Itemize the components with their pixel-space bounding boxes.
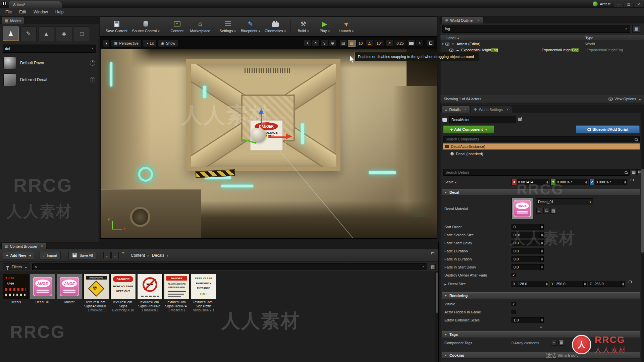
scale-label[interactable]: Scale xyxy=(444,179,457,185)
spinner[interactable] xyxy=(540,248,543,254)
search-details-input[interactable] xyxy=(443,170,623,174)
viewport-options-button[interactable]: ▾ xyxy=(103,40,110,47)
expand-caret-icon[interactable]: ▼ xyxy=(440,43,445,46)
minimize-button[interactable]: ─ xyxy=(614,1,623,7)
world-local-toggle-button[interactable]: ⊕ xyxy=(329,40,336,47)
view-options-button[interactable]: View Options xyxy=(608,96,641,102)
column-type[interactable]: Type xyxy=(585,36,593,40)
scale-tool-button[interactable]: ↘ xyxy=(320,40,328,47)
close-tab-icon[interactable] xyxy=(477,19,480,22)
scale-z-field[interactable]: Z0.088167 xyxy=(589,179,627,185)
saved-filters-icon[interactable]: ▤ xyxy=(430,264,436,270)
decal-size-y-field[interactable]: Y256.0 xyxy=(550,281,587,287)
component-row-root[interactable]: DecalActor(Instance) xyxy=(443,143,640,149)
details-scrollbar-thumb[interactable] xyxy=(641,169,644,253)
breadcrumb-decals[interactable]: Decals xyxy=(152,253,164,258)
grid-snap-value[interactable]: 10 xyxy=(356,40,365,47)
asset-tile-keep-clear[interactable]: KEEP CLEAR EMERGENCY ENTRANCE EXIT Textu… xyxy=(191,274,217,312)
back-button[interactable]: ← xyxy=(103,252,111,259)
modes-search-clear-icon[interactable] xyxy=(91,47,94,50)
decal-size-z-field[interactable]: Z256.0 xyxy=(588,281,625,287)
spinner[interactable] xyxy=(540,317,543,323)
scale-y-field[interactable]: Y0.088167 xyxy=(550,179,588,185)
tab-world-settings[interactable]: ⊕ World Settings xyxy=(471,106,512,113)
details-lock-icon[interactable] xyxy=(518,118,522,121)
rotate-tool-button[interactable]: ↻ xyxy=(312,40,320,47)
breadcrumb-content[interactable]: Content xyxy=(131,253,145,258)
spinner[interactable] xyxy=(540,256,543,262)
close-tab-icon[interactable] xyxy=(506,108,509,111)
save-all-button[interactable]: Save All xyxy=(68,251,96,259)
import-button[interactable]: ↓ Import xyxy=(40,251,61,259)
blueprint-add-script-button[interactable]: Blueprint/Add Script xyxy=(576,125,640,133)
selected-decal[interactable]: DANGER HIGH VOLTAGE KEEP OUT xyxy=(247,117,286,154)
camera-speed-button[interactable] xyxy=(407,40,415,47)
add-new-button[interactable]: + Add New xyxy=(3,251,34,259)
grid-snap-toggle-button[interactable]: ▦ xyxy=(348,40,356,47)
decal-size-x-field[interactable]: X128.0 xyxy=(512,281,548,287)
add-component-button[interactable]: + Add Component xyxy=(443,125,494,133)
sort-order-field[interactable]: 0 xyxy=(512,224,544,230)
fade-in-duration-field[interactable]: 0.0 xyxy=(512,256,544,262)
outliner-search-input[interactable] xyxy=(443,27,624,31)
spinner[interactable] xyxy=(624,179,627,185)
spinner[interactable] xyxy=(540,240,543,246)
build-button[interactable]: ⚒Build xyxy=(293,18,314,35)
content-browser-scrollbar-thumb[interactable] xyxy=(436,273,438,313)
spinner[interactable] xyxy=(540,232,543,238)
marketplace-button[interactable]: ⌂Marketplace xyxy=(188,18,212,35)
save-current-button[interactable]: Save Current xyxy=(104,18,129,35)
use-selected-asset-icon[interactable]: ← xyxy=(536,208,542,214)
outliner-row-world[interactable]: ▼ ⊕ Arttest (Editor) World xyxy=(440,41,644,47)
blueprints-button[interactable]: ✎Blueprints xyxy=(239,18,262,35)
browse-to-asset-icon[interactable] xyxy=(543,208,549,214)
actor-hidden-in-game-checkbox[interactable] xyxy=(512,310,516,314)
settings-button[interactable]: Settings xyxy=(217,18,238,35)
asset-tile-decals[interactable]: T-102 AF00 Decals xyxy=(3,274,29,304)
component-row-child[interactable]: Decal (Inherited) xyxy=(443,151,640,157)
menu-file[interactable]: File xyxy=(2,9,15,15)
tab-world-outliner[interactable]: ⊕ World Outliner xyxy=(442,17,483,23)
gizmo-pivot-ball[interactable] xyxy=(251,128,266,142)
perspective-button[interactable]: ▣Perspective xyxy=(111,40,142,47)
menu-edit[interactable]: Edit xyxy=(16,9,30,15)
mode-geometry-button[interactable]: □ xyxy=(74,26,90,41)
maximize-button[interactable]: ◻ xyxy=(624,1,633,7)
menu-help[interactable]: Help xyxy=(52,9,67,15)
asset-tile-master[interactable]: ANGE Master xyxy=(56,274,83,304)
help-icon[interactable]: ? xyxy=(90,60,95,66)
fade-start-delay-field[interactable]: 0.0 xyxy=(512,240,544,246)
filters-button[interactable]: Filters xyxy=(3,263,30,270)
visibility-eye-icon[interactable] xyxy=(449,49,453,52)
decal-material-thumbnail[interactable]: ANGE xyxy=(512,198,533,219)
asset-tile-decal-01[interactable]: ANGE Decal_01 xyxy=(30,274,56,304)
add-array-element-icon[interactable]: + xyxy=(551,340,557,346)
asset-search-input[interactable] xyxy=(33,265,421,269)
scale-snap-value[interactable]: 0.25 xyxy=(394,40,407,47)
show-button[interactable]: ◉Show xyxy=(158,40,178,47)
tab-details[interactable]: ≡ Details xyxy=(442,106,470,113)
content-browser-scrollbar[interactable] xyxy=(435,271,438,362)
mode-foliage-button[interactable]: ♣ xyxy=(56,26,72,41)
gizmo-x-axis[interactable] xyxy=(268,136,287,138)
level-viewport[interactable]: DANGER HIGH VOLTAGE KEEP OUT y x xyxy=(100,36,437,239)
decal-material-combo[interactable]: Decal_01 xyxy=(536,198,593,205)
close-button[interactable]: ✕ xyxy=(634,1,643,7)
scale-x-field[interactable]: X0.081424 xyxy=(512,179,549,185)
advanced-expander-caret[interactable]: ▼ xyxy=(528,326,554,329)
asset-tile-radioactive[interactable]: RADIOACTIVE ☢ TexturesCom_SignsAcid0001_… xyxy=(83,274,109,312)
surface-snap-button[interactable]: ▤ xyxy=(339,40,347,47)
close-tab-icon[interactable] xyxy=(41,245,43,248)
outliner-search-clear-icon[interactable] xyxy=(625,27,628,31)
cinematics-button[interactable]: Cinematics xyxy=(263,18,288,35)
launch-button[interactable]: ➤Launch xyxy=(336,18,357,35)
translate-tool-button[interactable]: + xyxy=(304,40,311,47)
clear-array-icon[interactable] xyxy=(558,340,564,346)
spinner[interactable] xyxy=(622,281,625,287)
spinner[interactable] xyxy=(546,179,549,185)
fade-in-start-delay-field[interactable]: 0.0 xyxy=(512,264,544,270)
fade-duration-field[interactable]: 0.0 xyxy=(512,248,544,254)
spinner[interactable] xyxy=(545,281,548,287)
maximize-viewport-button[interactable] xyxy=(427,40,434,47)
rotation-snap-button[interactable]: ∠ xyxy=(366,40,373,47)
